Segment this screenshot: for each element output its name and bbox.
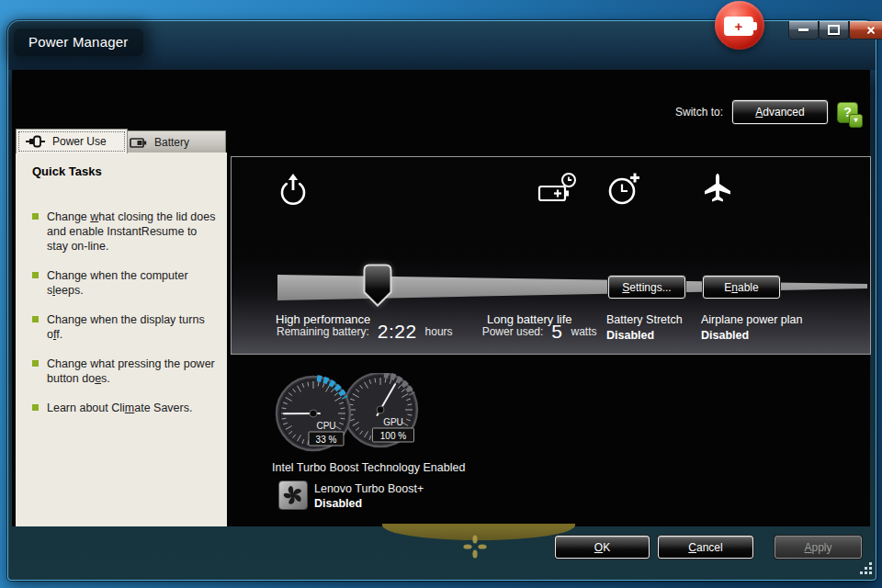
tab-label: Battery <box>154 136 189 149</box>
lenovo-turbo-label: Lenovo Turbo Boost+ <box>314 482 424 495</box>
remaining-battery-unit: hours <box>425 325 453 338</box>
fan-icon <box>278 481 308 510</box>
battery-stretch-label: Battery Stretch <box>606 313 683 326</box>
quick-tasks-heading: Quick Tasks <box>16 153 227 178</box>
bullet-icon <box>32 404 39 411</box>
wallpaper-flower <box>463 535 487 559</box>
quick-tasks-list: Change what closing the lid does and ena… <box>16 209 227 415</box>
quick-task-lid-close[interactable]: Change what closing the lid does and ena… <box>32 209 218 254</box>
svg-text:100 %: 100 % <box>380 431 406 441</box>
power-used-value: 5 <box>551 321 562 343</box>
remaining-battery-label: Remaining battery: <box>277 325 369 338</box>
power-slider-thumb[interactable] <box>363 264 393 309</box>
battery-stretch-settings-button[interactable]: Settings... <box>608 276 685 299</box>
power-plan-panel: High performance Long battery life Setti… <box>231 156 871 355</box>
battery-stretch-icon <box>606 172 643 207</box>
intel-turbo-status: Intel Turbo Boost Technology Enabled <box>272 461 465 474</box>
svg-text:CPU: CPU <box>316 421 335 431</box>
airplane-plan-status: Disabled <box>701 329 749 342</box>
window-title: Power Manager <box>28 34 129 50</box>
battery-stretch-status: Disabled <box>606 329 654 342</box>
tab-power-use[interactable]: Power Use <box>16 129 128 153</box>
window-controls <box>788 21 882 40</box>
bullet-icon <box>32 213 39 220</box>
svg-text:33 %: 33 % <box>316 435 337 445</box>
long-battery-life-icon <box>537 172 578 207</box>
usage-gauges: GPU100 %CPU33 % <box>268 373 426 461</box>
power-manager-window: Power Manager Switch to: Advanced ? ▾ <box>7 20 876 581</box>
power-used-unit: watts <box>571 325 597 338</box>
airplane-enable-button[interactable]: Enable <box>703 276 780 299</box>
desktop: Power Manager Switch to: Advanced ? ▾ <box>0 0 882 588</box>
airplane-icon <box>703 173 732 204</box>
switch-to-row: Switch to: Advanced ? ▾ <box>675 98 858 126</box>
quick-task-climate-savers[interactable]: Learn about Climate Savers. <box>32 401 218 415</box>
window-title-backdrop: Power Manager <box>14 28 143 56</box>
advanced-button[interactable]: Advanced <box>732 100 828 124</box>
minimize-button[interactable] <box>788 21 819 40</box>
quick-task-power-button[interactable]: Change what pressing the power button do… <box>32 356 218 386</box>
minimize-icon <box>798 28 808 31</box>
maximize-icon <box>828 25 840 35</box>
help-icon[interactable]: ? ▾ <box>837 102 858 123</box>
switch-to-label: Switch to: <box>675 106 723 119</box>
battery-info-row: Remaining battery: 2:22 hours Power used… <box>277 321 597 343</box>
tab-label: Power Use <box>52 135 107 148</box>
svg-text:GPU: GPU <box>383 417 403 427</box>
tab-battery[interactable]: Battery <box>119 130 226 153</box>
lenovo-turbo-status: Disabled <box>314 497 362 510</box>
ok-button[interactable]: OK <box>555 536 650 559</box>
quick-task-display-off[interactable]: Change when the display turns off. <box>32 312 218 342</box>
plug-icon <box>26 134 46 149</box>
bullet-icon <box>32 316 39 322</box>
remaining-battery-value: 2:22 <box>378 321 417 343</box>
quick-task-computer-sleep[interactable]: Change when the computer sleeps. <box>32 268 218 298</box>
bullet-icon <box>32 360 39 367</box>
content-area: Switch to: Advanced ? ▾ Power Use <box>12 70 870 526</box>
power-performance-icon <box>276 173 311 208</box>
battery-icon <box>130 137 148 149</box>
close-icon <box>865 25 876 36</box>
resize-grip-icon[interactable] <box>860 562 873 575</box>
battery-alert-badge-icon: + <box>715 1 764 50</box>
maximize-button[interactable] <box>819 21 849 40</box>
airplane-plan-label: Airplane power plan <box>701 313 803 326</box>
cancel-button[interactable]: Cancel <box>658 536 753 559</box>
help-dropdown-badge: ▾ <box>849 114 863 128</box>
quick-tasks-sidebar: Quick Tasks Change what closing the lid … <box>16 153 227 526</box>
close-button[interactable] <box>849 21 882 40</box>
power-used-label: Power used: <box>482 325 544 338</box>
bullet-icon <box>32 272 39 278</box>
apply-button[interactable]: Apply <box>775 536 862 559</box>
